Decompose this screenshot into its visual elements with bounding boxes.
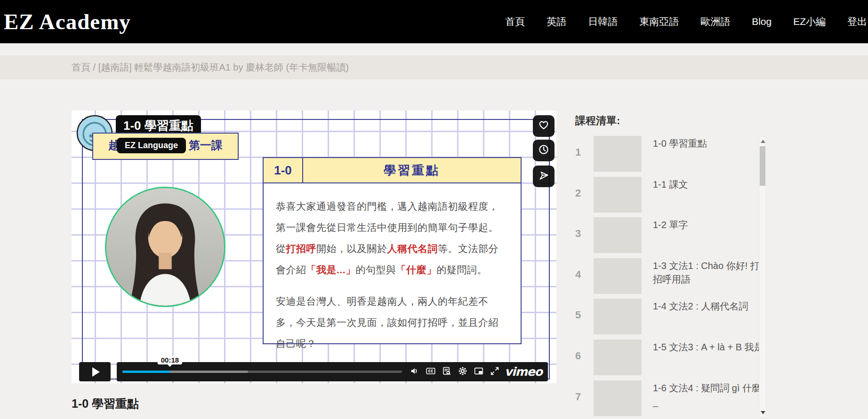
- settings-icon: [458, 366, 468, 378]
- course-item-title[interactable]: 1-2 單字: [653, 218, 765, 232]
- settings-button[interactable]: [455, 362, 471, 381]
- nav-item[interactable]: 英語: [547, 15, 566, 28]
- slide-text: 開始，以及關於: [316, 243, 387, 254]
- page: EZ Academy 首頁英語日韓語東南亞語歐洲語BlogEZ小編登出 首頁 /…: [0, 0, 868, 419]
- slide-paragraph-2: 安迪是台灣人、明香是越南人，兩人的年紀差不多，今天是第一次見面，該如何打招呼，並…: [276, 291, 508, 354]
- scroll-up-icon[interactable]: [761, 140, 765, 143]
- course-item-title[interactable]: 1-4 文法2 : 人稱代名詞: [653, 300, 765, 313]
- course-item-number: 6: [575, 350, 589, 362]
- fullscreen-button[interactable]: [487, 362, 503, 381]
- course-list-panel: 課程清單: 1 1-0 學習重點 2 1-1 課文 3 1-2 單字 4 1-3…: [573, 111, 809, 419]
- breadcrumb-bar: 首頁 / [越南語] 輕鬆學越南語初級班A1 by 慶林老師 (年卡無限暢讀): [0, 55, 868, 79]
- scrollbar-thumb[interactable]: [760, 146, 765, 186]
- slide-header: 1-0 學習重點: [263, 157, 522, 183]
- volume-button[interactable]: [407, 362, 423, 381]
- slide-text: 的句型與: [356, 264, 396, 275]
- course-item-thumbnail[interactable]: [594, 136, 642, 172]
- nav-item[interactable]: EZ小編: [793, 15, 826, 28]
- slide-text: 的疑問詞。: [437, 264, 488, 275]
- like-button[interactable]: [533, 115, 555, 137]
- course-item-title[interactable]: 1-1 課文: [653, 178, 765, 191]
- course-item-thumbnail[interactable]: [594, 299, 642, 334]
- slide-body: 恭喜大家通過發音的門檻，邁入越南語初級程度，第一課會先從日常生活中使用到的簡單句…: [263, 183, 522, 344]
- course-item-title[interactable]: 1-6 文法4 : 疑問詞 gì 什麼_: [653, 381, 765, 409]
- slide-keyword: 「什麼」: [396, 264, 437, 275]
- nav-item[interactable]: Blog: [752, 16, 772, 27]
- nav-item[interactable]: 日韓語: [588, 15, 618, 28]
- time-tooltip: 00:18: [158, 356, 182, 364]
- course-item-number: 1: [575, 146, 589, 158]
- slide-paragraph-1: 恭喜大家通過發音的門檻，邁入越南語初級程度，第一課會先從日常生活中使用到的簡單句…: [276, 196, 508, 280]
- heart-icon: [538, 119, 550, 133]
- slide-title: 學習重點: [303, 157, 522, 183]
- nav-item[interactable]: 東南亞語: [639, 15, 679, 28]
- share-button[interactable]: [533, 166, 555, 187]
- slide-code: 1-0: [263, 157, 303, 183]
- course-list-item[interactable]: 6 1-5 文法3 : A + là + B 我是: [573, 340, 771, 377]
- course-list-item[interactable]: 2 1-1 課文: [573, 177, 771, 214]
- slide-keyword: 打招呼: [286, 243, 317, 254]
- nav-item[interactable]: 首頁: [505, 15, 525, 28]
- play-button[interactable]: [79, 362, 111, 381]
- progress-fill: [122, 371, 170, 373]
- breadcrumb: 首頁 / [越南語] 輕鬆學越南語初級班A1 by 慶林老師 (年卡無限暢讀): [72, 61, 349, 74]
- video-player[interactable]: 1-0 學習重點 越南語 初級 A1 第一課 EZ Language: [72, 111, 556, 383]
- channel-name-badge[interactable]: EZ Language: [117, 138, 186, 153]
- course-item-title[interactable]: 1-0 學習重點: [653, 137, 765, 150]
- course-list-item[interactable]: 7 1-6 文法4 : 疑問詞 gì 什麼_: [573, 380, 771, 418]
- main-nav: 首頁英語日韓語東南亞語歐洲語BlogEZ小編登出: [505, 15, 868, 28]
- course-list-scrollbar[interactable]: [759, 136, 766, 418]
- page-title: 1-0 學習重點: [72, 396, 139, 411]
- nav-item[interactable]: 歐洲語: [700, 15, 730, 28]
- course-list-item[interactable]: 4 1-3 文法1 : Chào 你好! 打招呼用語: [573, 258, 771, 296]
- video-control-bar: 00:18: [117, 362, 548, 381]
- course-list-heading: 課程清單:: [575, 114, 620, 128]
- fullscreen-icon: [490, 366, 500, 378]
- course-item-number: 7: [575, 391, 589, 403]
- course-item-number: 2: [575, 187, 589, 199]
- pip-button[interactable]: [471, 362, 487, 381]
- course-item-thumbnail[interactable]: [594, 258, 642, 294]
- cc-icon: [426, 366, 436, 378]
- lesson-slide: 1-0 學習重點 恭喜大家通過發音的門檻，邁入越南語初級程度，第一課會先從日常生…: [263, 157, 522, 344]
- watch-later-button[interactable]: [533, 140, 555, 161]
- slide-keyword: 「我是...」: [306, 264, 356, 275]
- course-item-title[interactable]: 1-3 文法1 : Chào 你好! 打招呼用語: [653, 259, 765, 286]
- progress-bar[interactable]: 00:18: [122, 371, 402, 373]
- transcript-button[interactable]: [439, 362, 455, 381]
- play-icon: [92, 367, 100, 377]
- slide-keyword: 人稱代名詞: [387, 243, 438, 254]
- scroll-down-icon[interactable]: [761, 411, 765, 414]
- pip-icon: [474, 366, 484, 378]
- clock-icon: [538, 143, 550, 158]
- course-item-thumbnail[interactable]: [594, 340, 642, 375]
- course-list-item[interactable]: 5 1-4 文法2 : 人稱代名詞: [573, 299, 771, 336]
- volume-icon: [410, 366, 420, 378]
- course-item-number: 4: [575, 269, 589, 281]
- course-item-number: 3: [575, 228, 589, 240]
- teacher-photo: [105, 187, 225, 307]
- vimeo-logo[interactable]: vimeo: [505, 365, 542, 379]
- course-item-thumbnail[interactable]: [594, 380, 642, 416]
- course-item-number: 5: [575, 309, 589, 321]
- course-item-thumbnail[interactable]: [594, 217, 642, 253]
- captions-button[interactable]: [423, 362, 439, 381]
- course-item-title[interactable]: 1-5 文法3 : A + là + B 我是: [653, 340, 765, 354]
- top-navigation-bar: EZ Academy 首頁英語日韓語東南亞語歐洲語BlogEZ小編登出: [0, 0, 868, 43]
- course-list-item[interactable]: 1 1-0 學習重點: [573, 136, 771, 174]
- transcript-icon: [442, 366, 452, 378]
- course-item-thumbnail[interactable]: [594, 177, 642, 213]
- share-icon: [538, 169, 550, 183]
- nav-item[interactable]: 登出: [847, 15, 867, 28]
- course-list-item[interactable]: 3 1-2 單字: [573, 217, 771, 255]
- site-logo[interactable]: EZ Academy: [4, 9, 131, 34]
